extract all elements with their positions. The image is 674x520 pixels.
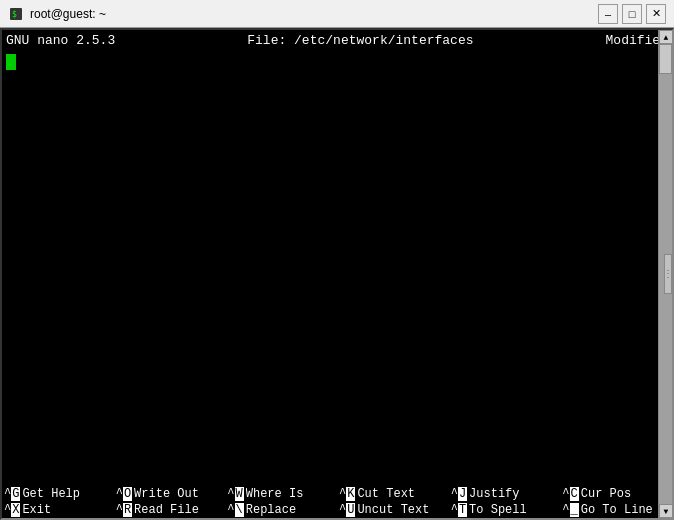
terminal-icon: $ [8,6,24,22]
shortcut-exit[interactable]: ^X Exit [2,502,114,518]
title-bar: $ root@guest: ~ – □ ✕ [0,0,674,28]
editor-area[interactable] [2,52,672,486]
nano-version: GNU nano 2.5.3 [6,32,115,50]
shortcut-justify[interactable]: ^J Justify [449,486,561,502]
scroll-down-button[interactable]: ▼ [659,504,673,518]
text-cursor [6,54,16,70]
maximize-button[interactable]: □ [622,4,642,24]
shortcut-row-2: ^X Exit ^R Read File ^\ Replace ^U Uncut… [2,502,672,518]
nano-shortcuts: ^G Get Help ^O Write Out ^W Where Is ^K … [2,486,672,518]
shortcut-uncut-text[interactable]: ^U Uncut Text [337,502,449,518]
terminal-wrapper: GNU nano 2.5.3 File: /etc/network/interf… [0,28,674,520]
resize-handle-right[interactable]: ⋮ [664,254,672,294]
minimize-button[interactable]: – [598,4,618,24]
shortcut-where-is[interactable]: ^W Where Is [225,486,337,502]
shortcut-cut-text[interactable]: ^K Cut Text [337,486,449,502]
shortcut-replace[interactable]: ^\ Replace [225,502,337,518]
shortcut-read-file[interactable]: ^R Read File [114,502,226,518]
shortcut-go-to-line[interactable]: ^_ Go To Line [560,502,672,518]
nano-header: GNU nano 2.5.3 File: /etc/network/interf… [2,30,672,52]
nano-filename: File: /etc/network/interfaces [247,32,473,50]
shortcut-cur-pos[interactable]: ^C Cur Pos [560,486,672,502]
scroll-up-button[interactable]: ▲ [659,30,673,44]
svg-text:$: $ [12,10,17,19]
shortcut-write-out[interactable]: ^O Write Out [114,486,226,502]
shortcut-get-help[interactable]: ^G Get Help [2,486,114,502]
shortcut-to-spell[interactable]: ^T To Spell [449,502,561,518]
shortcut-row-1: ^G Get Help ^O Write Out ^W Where Is ^K … [2,486,672,502]
scroll-thumb[interactable] [659,44,672,74]
window-title: root@guest: ~ [30,7,598,21]
close-button[interactable]: ✕ [646,4,666,24]
